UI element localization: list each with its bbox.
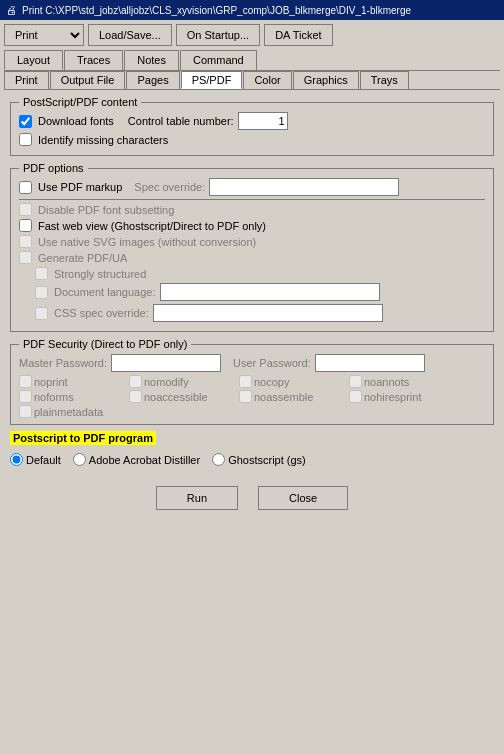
css-spec-override-input[interactable] xyxy=(153,304,383,322)
title-bar-text: Print C:\XPP\std_jobz\alljobz\CLS_xyvisi… xyxy=(22,5,411,16)
fast-web-view-label: Fast web view (Ghostscript/Direct to PDF… xyxy=(38,220,266,232)
toolbar: Print Load/Save... On Startup... DA Tick… xyxy=(4,24,500,46)
radio-ghostscript[interactable] xyxy=(212,453,225,466)
disable-pdf-font-subsetting-label: Disable PDF font subsetting xyxy=(38,204,174,216)
pdf-security-legend: PDF Security (Direct to PDF only) xyxy=(19,338,191,350)
control-table-label: Control table number: xyxy=(128,115,234,127)
identify-missing-chars-label: Identify missing characters xyxy=(38,134,168,146)
security-checks: noprint nomodify nocopy noannots noforms xyxy=(19,375,485,418)
nohiresprint-checkbox[interactable] xyxy=(349,390,362,403)
nocopy-label: nocopy xyxy=(254,376,289,388)
noaccessible-label: noaccessible xyxy=(144,391,208,403)
postscript-content-group: PostScript/PDF content Download fonts Co… xyxy=(10,96,494,156)
fast-web-view-checkbox[interactable] xyxy=(19,219,32,232)
print-dropdown[interactable]: Print xyxy=(4,24,84,46)
spec-override-label: Spec override: xyxy=(134,181,205,193)
nomodify-label: nomodify xyxy=(144,376,189,388)
nomodify-checkbox[interactable] xyxy=(129,375,142,388)
control-table-input[interactable]: 1 xyxy=(238,112,288,130)
on-startup-button[interactable]: On Startup... xyxy=(176,24,260,46)
subtab-pspdf[interactable]: PS/PDF xyxy=(181,71,243,89)
document-language-label: Document language: xyxy=(54,286,156,298)
css-spec-override-checkbox[interactable] xyxy=(35,307,48,320)
master-password-input[interactable] xyxy=(111,354,221,372)
close-button[interactable]: Close xyxy=(258,486,348,510)
generate-pdf-ua-label: Generate PDF/UA xyxy=(38,252,127,264)
radio-ghostscript-label[interactable]: Ghostscript (gs) xyxy=(212,453,306,466)
noannots-checkbox[interactable] xyxy=(349,375,362,388)
ps-program-label: Postscript to PDF program xyxy=(10,431,156,445)
sub-tab-row: Print Output File Pages PS/PDF Color Gra… xyxy=(4,71,500,90)
da-ticket-button[interactable]: DA Ticket xyxy=(264,24,332,46)
radio-default-label[interactable]: Default xyxy=(10,453,61,466)
download-fonts-label: Download fonts xyxy=(38,115,114,127)
noprint-checkbox[interactable] xyxy=(19,375,32,388)
disable-pdf-font-subsetting-checkbox[interactable] xyxy=(19,203,32,216)
top-tab-row: Layout Traces Notes Command xyxy=(4,50,500,71)
pdf-security-group: PDF Security (Direct to PDF only) Master… xyxy=(10,338,494,425)
use-native-svg-label: Use native SVG images (without conversio… xyxy=(38,236,256,248)
load-save-button[interactable]: Load/Save... xyxy=(88,24,172,46)
document-language-input[interactable] xyxy=(160,283,380,301)
subtab-color[interactable]: Color xyxy=(243,71,291,89)
subtab-trays[interactable]: Trays xyxy=(360,71,409,89)
plainmetadata-checkbox[interactable] xyxy=(19,405,32,418)
use-pdf-markup-checkbox[interactable] xyxy=(19,181,32,194)
noaccessible-checkbox[interactable] xyxy=(129,390,142,403)
radio-acrobat[interactable] xyxy=(73,453,86,466)
ps-program-radio-row: Default Adobe Acrobat Distiller Ghostscr… xyxy=(10,453,494,466)
postscript-content-legend: PostScript/PDF content xyxy=(19,96,141,108)
tab-notes[interactable]: Notes xyxy=(124,50,179,70)
nohiresprint-label: nohiresprint xyxy=(364,391,421,403)
radio-default[interactable] xyxy=(10,453,23,466)
tab-command[interactable]: Command xyxy=(180,50,257,70)
document-language-checkbox[interactable] xyxy=(35,286,48,299)
spec-override-input[interactable] xyxy=(209,178,399,196)
subtab-output-file[interactable]: Output File xyxy=(50,71,126,89)
use-pdf-markup-label: Use PDF markup xyxy=(38,181,122,193)
use-native-svg-checkbox[interactable] xyxy=(19,235,32,248)
css-spec-override-label: CSS spec override: xyxy=(54,307,149,319)
title-bar: 🖨 Print C:\XPP\std_jobz\alljobz\CLS_xyvi… xyxy=(0,0,504,20)
strongly-structured-label: Strongly structured xyxy=(54,268,146,280)
generate-pdf-ua-checkbox[interactable] xyxy=(19,251,32,264)
title-bar-icon: 🖨 xyxy=(6,4,17,16)
pdf-options-group: PDF options Use PDF markup Spec override… xyxy=(10,162,494,332)
plainmetadata-label: plainmetadata xyxy=(34,406,103,418)
noforms-checkbox[interactable] xyxy=(19,390,32,403)
bottom-bar: Run Close xyxy=(4,478,500,518)
strongly-structured-checkbox[interactable] xyxy=(35,267,48,280)
identify-missing-chars-checkbox[interactable] xyxy=(19,133,32,146)
nocopy-checkbox[interactable] xyxy=(239,375,252,388)
noforms-label: noforms xyxy=(34,391,74,403)
download-fonts-checkbox[interactable] xyxy=(19,115,32,128)
noassemble-label: noassemble xyxy=(254,391,313,403)
pdf-options-legend: PDF options xyxy=(19,162,88,174)
noannots-label: noannots xyxy=(364,376,409,388)
run-button[interactable]: Run xyxy=(156,486,238,510)
radio-acrobat-label[interactable]: Adobe Acrobat Distiller xyxy=(73,453,200,466)
user-password-label: User Password: xyxy=(233,357,311,369)
ps-program-section: Postscript to PDF program Default Adobe … xyxy=(10,431,494,466)
subtab-print[interactable]: Print xyxy=(4,71,49,89)
master-password-label: Master Password: xyxy=(19,357,107,369)
noprint-label: noprint xyxy=(34,376,68,388)
subtab-graphics[interactable]: Graphics xyxy=(293,71,359,89)
subtab-pages[interactable]: Pages xyxy=(126,71,179,89)
tab-layout[interactable]: Layout xyxy=(4,50,63,70)
user-password-input[interactable] xyxy=(315,354,425,372)
tab-traces[interactable]: Traces xyxy=(64,50,123,70)
noassemble-checkbox[interactable] xyxy=(239,390,252,403)
